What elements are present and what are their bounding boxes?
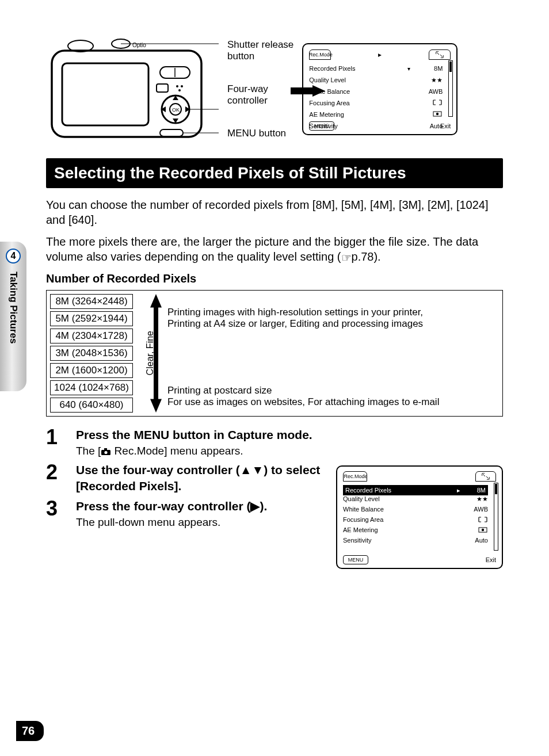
callout-shutter-line1: Shutter release xyxy=(227,39,293,51)
step-1-number: 1 xyxy=(46,427,66,448)
lcd-row-recorded-pixels: Recorded Pixels ▾ 8M xyxy=(309,63,443,74)
lcd-label-wb: White Balance xyxy=(309,88,411,95)
metering-icon xyxy=(414,110,443,119)
pixel-size-column: 8M (3264×2448) 5M (2592×1944) 4M (2304×1… xyxy=(50,294,133,413)
callout-fourway-line2: controller xyxy=(227,95,293,106)
page-number: 76 xyxy=(16,721,44,741)
svg-point-12 xyxy=(181,85,183,87)
lcd-label-quality: Quality Level xyxy=(309,77,411,83)
usage-top-line2: Printing at A4 size or larger, Editing a… xyxy=(167,318,499,330)
metering-icon xyxy=(459,526,488,537)
camera-icon xyxy=(101,448,111,456)
lcd-tab-settings xyxy=(429,49,451,60)
lcd2-tab-rec-mode: Rec.Mode xyxy=(343,471,367,482)
chapter-number-badge: 4 xyxy=(6,249,21,264)
caret-right-icon: ▸ xyxy=(457,487,460,494)
step-2-title: Use the four-way controller (▲▼) to sele… xyxy=(76,462,326,494)
intro-p2-b: p.78). xyxy=(352,250,381,263)
lcd-row-quality-level: Quality Level ★★ xyxy=(309,74,443,86)
pixel-size-5m: 5M (2592×1944) xyxy=(50,311,133,326)
lcd-label-recorded-pixels: Recorded Pixels xyxy=(309,65,403,72)
svg-rect-26 xyxy=(104,448,107,450)
intro-paragraph-2: The more pixels there are, the larger th… xyxy=(46,234,503,265)
lcd-label-focus: Focusing Area xyxy=(309,100,411,106)
lcd-value-wb: AWB xyxy=(414,88,443,95)
lcd-rec-mode-menu-top: Rec.Mode ▸ Recorded Pixels ▾ 8M Quality … xyxy=(302,43,458,135)
pixel-size-1024: 1024 (1024×768) xyxy=(50,380,133,395)
step-1: 1 Press the MENU button in Capture mode.… xyxy=(46,427,503,457)
step-3-number: 3 xyxy=(46,498,66,519)
step-1-subtext: The [ Rec.Mode] menu appears. xyxy=(76,445,503,457)
camera-diagram-row: Optio OK Shutter release button Four-way… xyxy=(46,35,503,144)
svg-text:OK: OK xyxy=(172,107,180,113)
callout-menu: MENU button xyxy=(227,128,293,139)
quality-axis-label: Clear, Fine xyxy=(145,331,155,375)
pixel-size-4m: 4M (2304×1728) xyxy=(50,329,133,343)
lcd-row-ae-metering: AE Metering xyxy=(309,109,443,120)
tab-arrow-icon: ▸ xyxy=(378,51,382,59)
step-3: 3 Press the four-way controller (▶). The… xyxy=(46,498,326,529)
lcd2-tab-rec-mode-label: Rec.Mode xyxy=(344,474,367,479)
step-3-title: Press the four-way controller (▶). xyxy=(76,498,326,514)
intro-paragraph-1: You can choose the number of recorded pi… xyxy=(46,197,503,227)
svg-point-13 xyxy=(178,89,181,91)
lcd-exit-hint: Exit xyxy=(440,123,451,129)
lcd2-label-sens: Sensitivity xyxy=(343,537,457,547)
lcd2-menu-hint: MENU xyxy=(343,555,368,564)
lcd-tab-rec-mode-label: Rec.Mode xyxy=(309,52,333,58)
lcd-row-white-balance: White Balance AWB xyxy=(309,86,443,97)
lcd-value-recorded-pixels: 8M xyxy=(414,65,443,72)
svg-point-23 xyxy=(436,113,439,115)
lcd2-row-quality: Quality Level ★★ xyxy=(343,495,488,506)
lcd2-exit-hint: Exit xyxy=(486,556,496,563)
callout-labels: Shutter release button Four-way controll… xyxy=(227,35,293,144)
intro-p2-a: The more pixels there are, the larger th… xyxy=(46,235,478,263)
usage-bottom-line2: For use as images on websites, For attac… xyxy=(167,396,499,408)
pixel-size-3m: 3M (2048×1536) xyxy=(50,346,133,361)
lcd2-label-recpx: Recorded Pixels xyxy=(345,487,455,494)
step-2: 2 Use the four-way controller (▲▼) to se… xyxy=(46,462,326,494)
chapter-side-tab: 4 Taking Pictures xyxy=(0,242,26,391)
svg-rect-1 xyxy=(62,63,148,125)
quality-axis: Clear, Fine xyxy=(139,294,162,413)
callout-shutter-line2: button xyxy=(227,51,293,62)
lcd2-value-quality: ★★ xyxy=(459,495,488,506)
usage-bottom-line1: Printing at postcard size xyxy=(167,385,499,396)
wrench-icon xyxy=(436,51,444,58)
lcd-menu-button-hint: MENU xyxy=(309,121,334,131)
step-2-number: 2 xyxy=(46,462,66,483)
lcd2-scrollbar xyxy=(494,483,498,551)
lcd2-row-ae: AE Metering xyxy=(343,526,488,537)
lcd2-row-wb: White Balance AWB xyxy=(343,506,488,516)
recorded-pixels-table: 8M (3264×2448) 5M (2592×1944) 4M (2304×1… xyxy=(46,290,503,417)
step-1-sub-a: The [ xyxy=(76,445,101,457)
pointer-icon: ☞ xyxy=(341,250,352,265)
lcd2-value-sens: Auto xyxy=(459,537,488,547)
lcd2-label-wb: White Balance xyxy=(343,506,457,516)
focus-area-icon xyxy=(459,516,488,526)
lcd2-value-recpx: 8M xyxy=(463,487,486,494)
svg-point-11 xyxy=(176,85,178,87)
callout-fourway-line1: Four-way xyxy=(227,83,293,95)
svg-rect-10 xyxy=(157,84,168,92)
svg-rect-14 xyxy=(160,129,183,136)
lcd2-label-ae: AE Metering xyxy=(343,526,457,537)
svg-point-27 xyxy=(105,451,108,454)
usage-top-line1: Printing images with high-resolution set… xyxy=(167,307,499,318)
lcd2-row-focus: Focusing Area xyxy=(343,516,488,526)
step-1-sub-b: Rec.Mode] menu appears. xyxy=(111,445,243,457)
lcd2-row-recorded-pixels: Recorded Pixels ▸ 8M xyxy=(343,485,488,495)
lcd-value-quality: ★★ xyxy=(414,77,443,84)
svg-point-32 xyxy=(482,529,484,531)
lcd2-label-focus: Focusing Area xyxy=(343,516,457,526)
lcd-scrollbar xyxy=(448,60,453,117)
lcd2-row-sens: Sensitivity Auto xyxy=(343,537,488,547)
lcd2-label-quality: Quality Level xyxy=(343,495,457,506)
lcd2-value-wb: AWB xyxy=(459,506,488,516)
chapter-title: Taking Pictures xyxy=(7,272,19,343)
focus-area-icon xyxy=(414,99,443,107)
pixel-size-640: 640 (640×480) xyxy=(50,398,133,413)
wrench-icon xyxy=(482,473,490,480)
lcd-rec-mode-menu-bottom: Rec.Mode Recorded Pixels ▸ 8M Quality Le… xyxy=(336,465,503,569)
svg-text:Optio: Optio xyxy=(132,42,146,48)
